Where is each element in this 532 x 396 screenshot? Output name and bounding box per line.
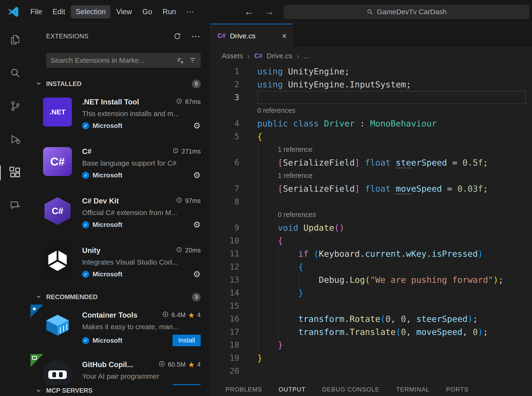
line-number[interactable]: 2 [210,78,257,91]
forward-arrow-icon[interactable]: → [265,6,274,17]
extensions-search-input[interactable] [50,56,177,64]
code-line[interactable]: 4public class Driver : MonoBehaviour [210,117,532,130]
line-number[interactable]: 7 [210,182,257,195]
install-button[interactable]: Install [172,335,201,346]
line-number[interactable]: 13 [210,273,257,286]
command-center-search[interactable]: GameDevTv CarDash [284,5,529,19]
menu-run[interactable]: Run [158,5,181,18]
line-number[interactable]: 3 [210,91,257,104]
panel-tab-debug-console[interactable]: DEBUG CONSOLE [314,386,388,393]
code-editor[interactable]: 1using UnityEngine;2using UnityEngine.In… [210,64,532,383]
clear-search-icon[interactable] [177,57,184,64]
panel-tab-terminal[interactable]: TERMINAL [388,386,438,393]
gear-icon[interactable]: ⚙ [193,122,201,130]
code-line[interactable]: 8 [210,195,532,208]
code-line[interactable]: 13 Debug.Log("We are pushing forward"); [210,273,532,286]
menu-file[interactable]: File [26,5,47,18]
code-line[interactable]: 9 void Update() [210,221,532,234]
code-line[interactable]: 15 [210,299,532,312]
panel-tab-problems[interactable]: PROBLEMS [226,386,270,393]
back-arrow-icon[interactable]: ← [244,6,254,17]
extension-row-c-dev-kit[interactable]: C#C# Dev Kit97msOfficial C# extension fr… [30,190,210,240]
line-number[interactable]: 16 [210,312,257,326]
menu-edit[interactable]: Edit [48,5,70,18]
line-number[interactable]: 19 [210,351,257,365]
code-line[interactable]: 16 transform.Rotate(0, 0, steerSpeed); [210,312,532,326]
codelens-references[interactable]: 1 reference [257,169,313,182]
menu-more[interactable]: ⋯ [182,5,199,18]
gear-icon[interactable]: ⚙ [193,221,201,229]
code-line[interactable]: 19} [210,351,532,365]
line-number[interactable]: 4 [210,117,257,130]
close-icon[interactable]: × [282,31,287,41]
line-number[interactable]: 18 [210,338,257,351]
activity-item-extensions[interactable] [0,156,30,189]
activity-item-source-control[interactable] [0,90,30,123]
publisher-name: Microsoft [92,122,122,129]
panel-tab-output[interactable]: OUTPUT [270,386,314,393]
codelens-line[interactable]: 1 reference [210,143,532,156]
menu-view[interactable]: View [111,5,137,18]
activity-item-explorer[interactable] [0,24,30,57]
activity-item-search[interactable] [0,57,30,90]
tab-label: Drive.cs [230,32,256,40]
codelens-references[interactable]: 0 references [257,208,316,221]
code-line[interactable]: 11 if (Keyboard.current.wKey.isPressed) [210,247,532,260]
line-number[interactable]: 12 [210,260,257,273]
code-line[interactable]: 6 [SerializeField] float steerSpeed = 0.… [210,156,532,169]
line-number[interactable]: 6 [210,156,257,169]
breadcrumb-file[interactable]: Drive.cs [267,52,292,60]
refresh-icon[interactable] [173,32,181,40]
line-number[interactable] [210,143,257,156]
code-line[interactable]: 18 } [210,338,532,351]
code-line[interactable]: 20 [210,365,532,378]
code-line[interactable]: 14 } [210,286,532,299]
line-number[interactable]: 14 [210,286,257,299]
code-line[interactable]: 2using UnityEngine.InputSystem; [210,78,532,91]
section-recommended[interactable]: RECOMMENDED3 [30,289,210,305]
code-line[interactable]: 17 transform.Translate(0, moveSpeed, 0); [210,326,532,338]
gear-icon[interactable]: ⚙ [193,171,201,180]
filter-icon[interactable] [189,57,196,64]
line-number[interactable]: 9 [210,221,257,234]
code-line[interactable]: 10 { [210,234,532,247]
line-number[interactable]: 11 [210,247,257,260]
menu-selection[interactable]: Selection [71,5,110,18]
extension-row-c[interactable]: C#C#271msBase language support for C#✓Mi… [30,141,210,190]
panel-tab-ports[interactable]: PORTS [438,386,477,393]
line-number[interactable]: 8 [210,195,257,208]
activity-item-run-debug[interactable] [0,123,30,156]
breadcrumb-assets[interactable]: Assets [222,52,243,60]
line-number[interactable] [210,208,257,221]
codelens-references[interactable]: 1 reference [257,143,313,156]
breadcrumb-more[interactable]: ... [304,52,309,60]
code-line[interactable]: 1using UnityEngine; [210,65,532,78]
section-mcp-servers[interactable]: MCP SERVERS [30,385,210,396]
line-number[interactable] [210,169,257,182]
line-number[interactable]: 15 [210,299,257,312]
extension-row-unity[interactable]: Unity20msIntegrates Visual Studio Cod...… [30,240,210,289]
verified-publisher-icon: ✓ [82,122,89,129]
more-actions-icon[interactable]: ⋯ [191,32,200,41]
extension-row-container-tools[interactable]: ★Container Tools6.4M★4Makes it easy to c… [30,305,210,354]
codelens-line[interactable]: 1 reference [210,169,532,182]
section-installed[interactable]: INSTALLED5 [30,76,210,91]
extension-row-net-install-tool[interactable]: .NET.NET Install Tool87msThis extension … [30,91,210,141]
line-number[interactable]: 20 [210,365,257,378]
code-line[interactable]: 12 { [210,260,532,273]
line-number[interactable]: 10 [210,234,257,247]
codelens-line[interactable]: 0 references [210,104,532,117]
codelens-line[interactable]: 0 references [210,208,532,221]
line-number[interactable] [210,104,257,117]
activity-item-chat[interactable] [0,189,30,223]
line-number[interactable]: 17 [210,326,257,338]
codelens-references[interactable]: 0 references [257,104,295,117]
line-number[interactable]: 5 [210,130,257,143]
code-line[interactable]: 3 [210,91,532,104]
code-line[interactable]: 5{ [210,130,532,143]
line-number[interactable]: 1 [210,65,257,78]
gear-icon[interactable]: ⚙ [193,270,201,279]
menu-go[interactable]: Go [138,5,157,18]
tab-drive-cs[interactable]: C# Drive.cs × [210,24,293,47]
code-line[interactable]: 7 [SerializeField] float moveSpeed = 0.0… [210,182,532,195]
